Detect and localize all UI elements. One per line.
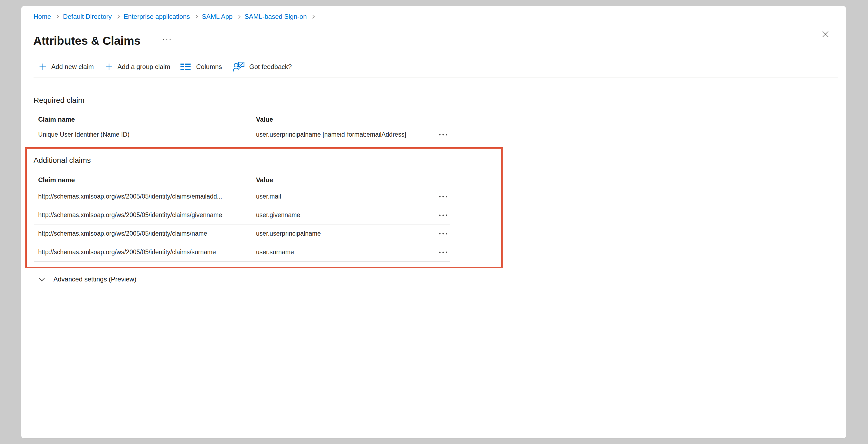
claim-name-cell: Unique User Identifier (Name ID) [34, 131, 256, 138]
additional-claims-heading: Additional claims [34, 156, 91, 165]
attributes-claims-panel: Home Default Directory Enterprise applic… [21, 6, 846, 438]
additional-claims-table: Claim name Value http://schemas.xmlsoap.… [34, 173, 450, 262]
toolbar-separator [34, 77, 838, 78]
breadcrumb-link-default-directory[interactable]: Default Directory [63, 12, 112, 21]
plus-icon [105, 63, 113, 71]
breadcrumb-link-home[interactable]: Home [34, 12, 51, 21]
advanced-settings-expander[interactable]: Advanced settings (Preview) [38, 275, 136, 283]
chevron-down-icon [38, 277, 45, 282]
page-title: Attributes & Claims [33, 34, 141, 48]
row-context-menu-button[interactable] [437, 193, 449, 201]
required-claim-heading: Required claim [34, 96, 85, 105]
toolbar-divider [224, 62, 224, 72]
breadcrumb: Home Default Directory Enterprise applic… [34, 12, 319, 21]
close-button[interactable] [819, 27, 832, 41]
table-row[interactable]: http://schemas.xmlsoap.org/ws/2005/05/id… [34, 187, 450, 206]
got-feedback-label: Got feedback? [249, 63, 292, 71]
row-context-menu-button[interactable] [437, 211, 449, 219]
row-context-menu-button[interactable] [437, 130, 449, 139]
claim-name-cell: http://schemas.xmlsoap.org/ws/2005/05/id… [34, 230, 256, 237]
columns-icon [180, 62, 192, 71]
ellipsis-icon[interactable] [161, 38, 172, 42]
chevron-right-icon [116, 15, 120, 19]
claim-value-cell: user.userprincipalname [256, 230, 450, 237]
chevron-right-icon [194, 15, 198, 19]
table-row[interactable]: http://schemas.xmlsoap.org/ws/2005/05/id… [34, 225, 450, 243]
chevron-right-icon [311, 15, 315, 19]
claim-name-cell: http://schemas.xmlsoap.org/ws/2005/05/id… [34, 211, 256, 219]
columns-button[interactable]: Columns [180, 62, 222, 71]
add-new-claim-button[interactable]: Add new claim [39, 63, 94, 71]
table-row[interactable]: http://schemas.xmlsoap.org/ws/2005/05/id… [34, 243, 450, 262]
column-header-claim-name: Claim name [34, 176, 256, 184]
command-bar: Add new claim Add a group claim Columns [39, 61, 292, 73]
breadcrumb-link-enterprise-applications[interactable]: Enterprise applications [124, 12, 190, 21]
add-new-claim-label: Add new claim [51, 63, 94, 71]
columns-label: Columns [196, 63, 222, 71]
got-feedback-button[interactable]: Got feedback? [232, 61, 292, 72]
claim-value-cell: user.userprincipalname [nameid-format:em… [256, 131, 450, 138]
claim-value-cell: user.surname [256, 248, 450, 256]
plus-icon [39, 63, 46, 71]
breadcrumb-link-saml-based-sign-on[interactable]: SAML-based Sign-on [245, 12, 307, 21]
claim-name-cell: http://schemas.xmlsoap.org/ws/2005/05/id… [34, 193, 256, 200]
column-header-value: Value [256, 176, 450, 184]
table-header-row: Claim name Value [34, 113, 450, 126]
chevron-right-icon [55, 15, 59, 19]
add-group-claim-label: Add a group claim [118, 63, 170, 71]
chevron-right-icon [237, 15, 241, 19]
row-context-menu-button[interactable] [437, 248, 449, 256]
claim-value-cell: user.givenname [256, 211, 450, 219]
column-header-value: Value [256, 116, 450, 123]
azure-portal-page: { "colors": { "background": "#cbcbcb", "… [0, 0, 868, 444]
required-claim-table: Claim name Value Unique User Identifier … [34, 113, 450, 143]
add-group-claim-button[interactable]: Add a group claim [105, 63, 170, 71]
claim-value-cell: user.mail [256, 193, 450, 200]
advanced-settings-label: Advanced settings (Preview) [54, 275, 136, 283]
column-header-claim-name: Claim name [34, 116, 256, 123]
person-feedback-icon [232, 61, 245, 72]
claim-name-cell: http://schemas.xmlsoap.org/ws/2005/05/id… [34, 248, 256, 256]
table-row[interactable]: http://schemas.xmlsoap.org/ws/2005/05/id… [34, 206, 450, 225]
table-header-row: Claim name Value [34, 173, 450, 187]
close-icon [822, 30, 830, 38]
breadcrumb-link-saml-app[interactable]: SAML App [202, 12, 233, 21]
row-context-menu-button[interactable] [437, 230, 449, 238]
table-row[interactable]: Unique User Identifier (Name ID) user.us… [34, 126, 450, 143]
